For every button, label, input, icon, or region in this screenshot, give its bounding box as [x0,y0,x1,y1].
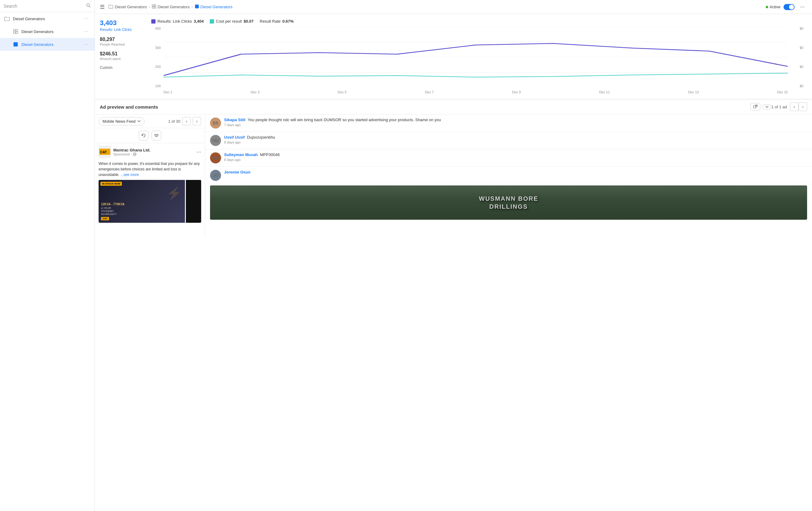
active-dot [766,6,768,8]
svg-line-22 [158,134,158,134]
placement-dropdown[interactable]: Mobile News Feed [98,117,145,125]
sidebar-item-diesel-2[interactable]: Diesel Generators ··· [0,25,95,38]
nav-dots-2[interactable]: ··· [83,28,90,35]
blue-square-breadcrumb-icon [195,4,199,9]
active-status: Active [766,5,780,9]
legend-link-clicks: Results: Link Clicks 3,404 [151,19,204,24]
ad-more-icon[interactable]: ··· [197,149,201,155]
main-stat-label: Results: Link Clicks [100,28,149,32]
y-label-l-1: 400 [155,27,161,30]
y-label-l-3: 200 [155,65,161,68]
svg-rect-10 [154,7,156,8]
main-content: ☰ Diesel Generators › Diesel Generators … [95,0,812,511]
bug-icon [154,133,158,138]
ad-logo: CAT [98,146,111,158]
breadcrumb-2[interactable]: Diesel Generators [152,4,190,9]
debug-tool-button[interactable] [151,131,162,141]
see-more-link[interactable]: ...see more [120,173,139,177]
sidebar-item-diesel-3[interactable]: Diesel Generators ··· [0,38,95,51]
nav-dots-1[interactable]: ··· [83,15,90,22]
x-axis-labels: Dec 1 Dec 3 Dec 5 Dec 7 Dec 9 Dec 11 Dec… [164,90,788,94]
svg-point-19 [156,134,157,135]
placement-next-button[interactable]: › [193,117,201,125]
comment-text-2: Dujsozxjsenbhu [247,135,275,140]
wusmann-text: WUSMANN BOREDRILLINGS [216,194,801,211]
ad-brand: Mantrac Ghana Ltd. [113,148,150,152]
x-label-4: Dec 7 [425,90,434,94]
breadcrumb-3[interactable]: Diesel Generators [195,4,233,9]
y-label-r-3: $0 [800,65,804,68]
ad-body-text: When it comes to power, it's essential t… [98,161,201,178]
search-input[interactable] [4,4,84,8]
sidebar: Diesel Generators ··· Diesel Generators … [0,0,95,511]
comment-author-3: Sulleyman Musah [224,152,258,157]
svg-rect-3 [16,29,18,31]
specs-line1: 12KVA - 770KVA [101,203,125,206]
placement-chevron-icon [138,120,141,122]
grid-breadcrumb-icon [152,4,156,9]
in-stock-badge: IN STOCK NOW [100,182,122,186]
x-label-5: Dec 9 [512,90,521,94]
chart-legend: Results: Link Clicks 3,404 Cost per resu… [151,19,805,24]
comment-time-3: 8 days ago [224,158,807,161]
people-reached-stat: 80,297 People Reached [100,37,149,46]
placement-pagination: 1 of 30 [168,119,180,124]
placement-label: Mobile News Feed [103,119,136,124]
external-link-button[interactable] [750,103,760,111]
stat-period: Custom [100,65,149,70]
people-reached-label: People Reached [100,42,149,46]
placement-prev-button[interactable]: ‹ [182,117,191,125]
x-label-7: Dec 13 [688,90,699,94]
svg-line-21 [155,134,155,134]
svg-rect-9 [152,7,154,8]
ad-card: CAT Mantrac Ghana Ltd. Sponsored · ··· [95,143,205,225]
svg-text:CAT: CAT [100,150,107,154]
ad-preview-body: Mobile News Feed 1 of 30 ‹ › [95,115,812,237]
ad-pagination-info: 1 of 1 ad [771,104,787,109]
comment-avatar-4: JO [210,170,221,181]
ad-prev-button[interactable]: ‹ [790,102,799,111]
legend-value-1: 3,404 [194,19,204,24]
active-label: Active [770,5,780,9]
comment-avatar-2: UU [210,135,221,146]
ad-image-primary: IN STOCK NOW 12KVA - 770KVA 4-YEAR STAND… [98,180,185,223]
search-icon [86,3,91,9]
svg-rect-4 [13,32,15,34]
comment-time-2: 8 days ago [224,141,807,144]
chart-area: Results: Link Clicks 3,404 Cost per resu… [149,19,807,94]
more-options-icon[interactable]: ··· [798,2,807,11]
ad-sponsored: Sponsored · [113,152,150,156]
y-label-r-2: $0 [800,46,804,50]
comment-author-1: Sikapa Still [224,118,245,122]
legend-result-rate: Result Rate 0.67% [260,19,294,24]
status-toggle[interactable] [784,4,794,10]
stats-left: 3,403 Results: Link Clicks 80,297 People… [100,19,149,94]
ad-preview-header: Ad preview and comments 1 of 1 ad ‹ › [95,99,812,115]
amount-spent-value: $246.51 [100,51,149,57]
nav-dots-3[interactable]: ··· [83,41,90,48]
comment-item-4: JO Jeremie Osun [205,167,812,184]
folder-icon [4,16,10,22]
svg-rect-2 [13,29,15,31]
legend-cost: Cost per result $0.07 [210,19,254,24]
y-label-l-4: 100 [155,84,161,88]
sidebar-item-diesel-1[interactable]: Diesel Generators ··· [0,12,95,25]
sidebar-item-label-1: Diesel Generators [13,17,45,21]
refresh-tool-button[interactable] [139,131,148,141]
ad-next-button[interactable]: › [799,102,807,111]
breadcrumb-1[interactable]: Diesel Generators [108,5,147,9]
globe-icon [133,152,137,156]
breadcrumb-sep-2: › [192,5,193,9]
svg-rect-6 [13,42,18,47]
ad-image-secondary [186,180,201,223]
chart-container: $0 $0 $0 $0 400 300 200 100 [151,27,805,94]
comment-item-3: SM Sulleyman Musah MPP30046 8 days ago [205,149,812,167]
legend-label-3: Result Rate [260,19,281,24]
svg-rect-8 [154,5,156,6]
y-axis-right: $0 $0 $0 $0 [789,27,805,88]
legend-value-2: $0.07 [244,19,254,24]
wusmann-image-block: WUSMANN BOREDRILLINGS [210,185,807,220]
sidebar-toggle-icon[interactable]: ☰ [100,4,105,10]
dropdown-button[interactable] [763,104,771,109]
x-label-6: Dec 11 [599,90,610,94]
